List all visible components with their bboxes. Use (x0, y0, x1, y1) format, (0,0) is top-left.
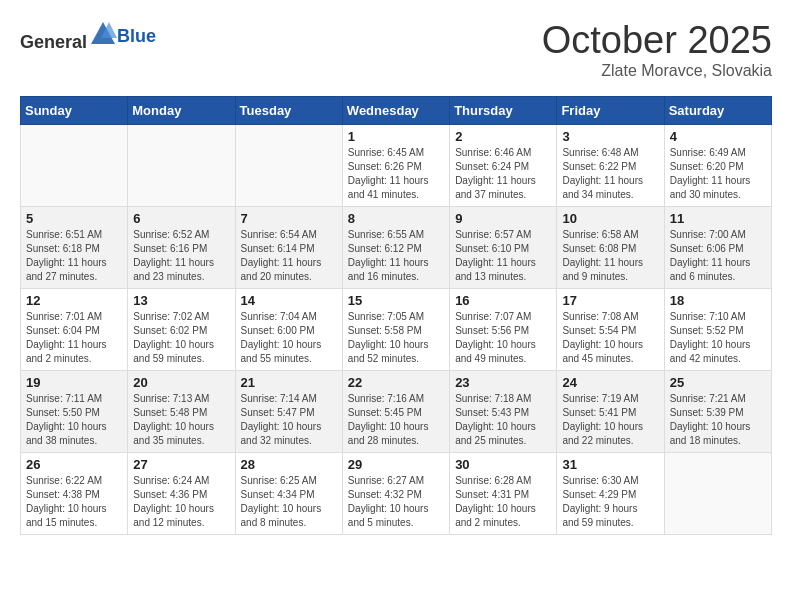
calendar-day: 26Sunrise: 6:22 AM Sunset: 4:38 PM Dayli… (21, 452, 128, 534)
calendar-day: 20Sunrise: 7:13 AM Sunset: 5:48 PM Dayli… (128, 370, 235, 452)
calendar-week-0: 1Sunrise: 6:45 AM Sunset: 6:26 PM Daylig… (21, 124, 772, 206)
calendar-day: 1Sunrise: 6:45 AM Sunset: 6:26 PM Daylig… (342, 124, 449, 206)
calendar-week-2: 12Sunrise: 7:01 AM Sunset: 6:04 PM Dayli… (21, 288, 772, 370)
weekday-header-tuesday: Tuesday (235, 96, 342, 124)
calendar-day: 21Sunrise: 7:14 AM Sunset: 5:47 PM Dayli… (235, 370, 342, 452)
calendar-week-1: 5Sunrise: 6:51 AM Sunset: 6:18 PM Daylig… (21, 206, 772, 288)
calendar-week-4: 26Sunrise: 6:22 AM Sunset: 4:38 PM Dayli… (21, 452, 772, 534)
calendar-week-3: 19Sunrise: 7:11 AM Sunset: 5:50 PM Dayli… (21, 370, 772, 452)
page-header: General Blue October 2025 Zlate Moravce,… (20, 20, 772, 80)
day-number: 9 (455, 211, 551, 226)
calendar-table: SundayMondayTuesdayWednesdayThursdayFrid… (20, 96, 772, 535)
day-number: 11 (670, 211, 766, 226)
day-info: Sunrise: 6:54 AM Sunset: 6:14 PM Dayligh… (241, 228, 337, 284)
day-info: Sunrise: 7:14 AM Sunset: 5:47 PM Dayligh… (241, 392, 337, 448)
calendar-day (235, 124, 342, 206)
calendar-day: 13Sunrise: 7:02 AM Sunset: 6:02 PM Dayli… (128, 288, 235, 370)
day-number: 25 (670, 375, 766, 390)
calendar-day: 15Sunrise: 7:05 AM Sunset: 5:58 PM Dayli… (342, 288, 449, 370)
day-number: 14 (241, 293, 337, 308)
day-info: Sunrise: 7:07 AM Sunset: 5:56 PM Dayligh… (455, 310, 551, 366)
day-info: Sunrise: 7:18 AM Sunset: 5:43 PM Dayligh… (455, 392, 551, 448)
calendar-day: 25Sunrise: 7:21 AM Sunset: 5:39 PM Dayli… (664, 370, 771, 452)
day-info: Sunrise: 7:13 AM Sunset: 5:48 PM Dayligh… (133, 392, 229, 448)
logo: General Blue (20, 20, 156, 53)
day-number: 26 (26, 457, 122, 472)
location-title: Zlate Moravce, Slovakia (542, 62, 772, 80)
calendar-day: 8Sunrise: 6:55 AM Sunset: 6:12 PM Daylig… (342, 206, 449, 288)
day-number: 3 (562, 129, 658, 144)
logo-blue: Blue (117, 26, 156, 46)
calendar-day: 22Sunrise: 7:16 AM Sunset: 5:45 PM Dayli… (342, 370, 449, 452)
calendar-day: 19Sunrise: 7:11 AM Sunset: 5:50 PM Dayli… (21, 370, 128, 452)
calendar-day: 16Sunrise: 7:07 AM Sunset: 5:56 PM Dayli… (450, 288, 557, 370)
day-number: 7 (241, 211, 337, 226)
calendar-day (664, 452, 771, 534)
day-number: 12 (26, 293, 122, 308)
calendar-day: 28Sunrise: 6:25 AM Sunset: 4:34 PM Dayli… (235, 452, 342, 534)
calendar-day: 30Sunrise: 6:28 AM Sunset: 4:31 PM Dayli… (450, 452, 557, 534)
calendar-day: 12Sunrise: 7:01 AM Sunset: 6:04 PM Dayli… (21, 288, 128, 370)
day-info: Sunrise: 7:04 AM Sunset: 6:00 PM Dayligh… (241, 310, 337, 366)
day-number: 4 (670, 129, 766, 144)
day-number: 1 (348, 129, 444, 144)
weekday-header-friday: Friday (557, 96, 664, 124)
day-info: Sunrise: 6:48 AM Sunset: 6:22 PM Dayligh… (562, 146, 658, 202)
calendar-day: 23Sunrise: 7:18 AM Sunset: 5:43 PM Dayli… (450, 370, 557, 452)
calendar-day: 14Sunrise: 7:04 AM Sunset: 6:00 PM Dayli… (235, 288, 342, 370)
day-number: 28 (241, 457, 337, 472)
day-info: Sunrise: 6:28 AM Sunset: 4:31 PM Dayligh… (455, 474, 551, 530)
day-number: 21 (241, 375, 337, 390)
day-info: Sunrise: 7:08 AM Sunset: 5:54 PM Dayligh… (562, 310, 658, 366)
day-info: Sunrise: 6:51 AM Sunset: 6:18 PM Dayligh… (26, 228, 122, 284)
day-number: 2 (455, 129, 551, 144)
calendar-day: 29Sunrise: 6:27 AM Sunset: 4:32 PM Dayli… (342, 452, 449, 534)
calendar-day: 18Sunrise: 7:10 AM Sunset: 5:52 PM Dayli… (664, 288, 771, 370)
calendar-day: 24Sunrise: 7:19 AM Sunset: 5:41 PM Dayli… (557, 370, 664, 452)
day-info: Sunrise: 7:11 AM Sunset: 5:50 PM Dayligh… (26, 392, 122, 448)
day-number: 22 (348, 375, 444, 390)
day-info: Sunrise: 6:22 AM Sunset: 4:38 PM Dayligh… (26, 474, 122, 530)
weekday-header-monday: Monday (128, 96, 235, 124)
day-number: 23 (455, 375, 551, 390)
day-number: 15 (348, 293, 444, 308)
calendar-day: 6Sunrise: 6:52 AM Sunset: 6:16 PM Daylig… (128, 206, 235, 288)
day-number: 16 (455, 293, 551, 308)
day-info: Sunrise: 6:57 AM Sunset: 6:10 PM Dayligh… (455, 228, 551, 284)
day-number: 17 (562, 293, 658, 308)
calendar-day: 9Sunrise: 6:57 AM Sunset: 6:10 PM Daylig… (450, 206, 557, 288)
day-number: 5 (26, 211, 122, 226)
logo-general: General (20, 32, 87, 52)
weekday-header-saturday: Saturday (664, 96, 771, 124)
day-number: 10 (562, 211, 658, 226)
weekday-header-wednesday: Wednesday (342, 96, 449, 124)
calendar-day: 4Sunrise: 6:49 AM Sunset: 6:20 PM Daylig… (664, 124, 771, 206)
calendar-day: 27Sunrise: 6:24 AM Sunset: 4:36 PM Dayli… (128, 452, 235, 534)
day-info: Sunrise: 7:10 AM Sunset: 5:52 PM Dayligh… (670, 310, 766, 366)
calendar-day: 31Sunrise: 6:30 AM Sunset: 4:29 PM Dayli… (557, 452, 664, 534)
day-number: 29 (348, 457, 444, 472)
day-info: Sunrise: 7:00 AM Sunset: 6:06 PM Dayligh… (670, 228, 766, 284)
calendar-day: 3Sunrise: 6:48 AM Sunset: 6:22 PM Daylig… (557, 124, 664, 206)
calendar-day: 11Sunrise: 7:00 AM Sunset: 6:06 PM Dayli… (664, 206, 771, 288)
day-info: Sunrise: 6:45 AM Sunset: 6:26 PM Dayligh… (348, 146, 444, 202)
day-info: Sunrise: 6:30 AM Sunset: 4:29 PM Dayligh… (562, 474, 658, 530)
day-info: Sunrise: 7:21 AM Sunset: 5:39 PM Dayligh… (670, 392, 766, 448)
day-info: Sunrise: 6:55 AM Sunset: 6:12 PM Dayligh… (348, 228, 444, 284)
day-number: 31 (562, 457, 658, 472)
day-info: Sunrise: 7:19 AM Sunset: 5:41 PM Dayligh… (562, 392, 658, 448)
calendar-day: 10Sunrise: 6:58 AM Sunset: 6:08 PM Dayli… (557, 206, 664, 288)
weekday-header-sunday: Sunday (21, 96, 128, 124)
calendar-day (21, 124, 128, 206)
day-info: Sunrise: 6:46 AM Sunset: 6:24 PM Dayligh… (455, 146, 551, 202)
day-number: 24 (562, 375, 658, 390)
calendar-day: 17Sunrise: 7:08 AM Sunset: 5:54 PM Dayli… (557, 288, 664, 370)
day-info: Sunrise: 7:01 AM Sunset: 6:04 PM Dayligh… (26, 310, 122, 366)
calendar-day (128, 124, 235, 206)
logo-icon (89, 20, 117, 48)
day-info: Sunrise: 7:02 AM Sunset: 6:02 PM Dayligh… (133, 310, 229, 366)
day-info: Sunrise: 6:27 AM Sunset: 4:32 PM Dayligh… (348, 474, 444, 530)
day-info: Sunrise: 6:58 AM Sunset: 6:08 PM Dayligh… (562, 228, 658, 284)
calendar-day: 7Sunrise: 6:54 AM Sunset: 6:14 PM Daylig… (235, 206, 342, 288)
weekday-header-thursday: Thursday (450, 96, 557, 124)
